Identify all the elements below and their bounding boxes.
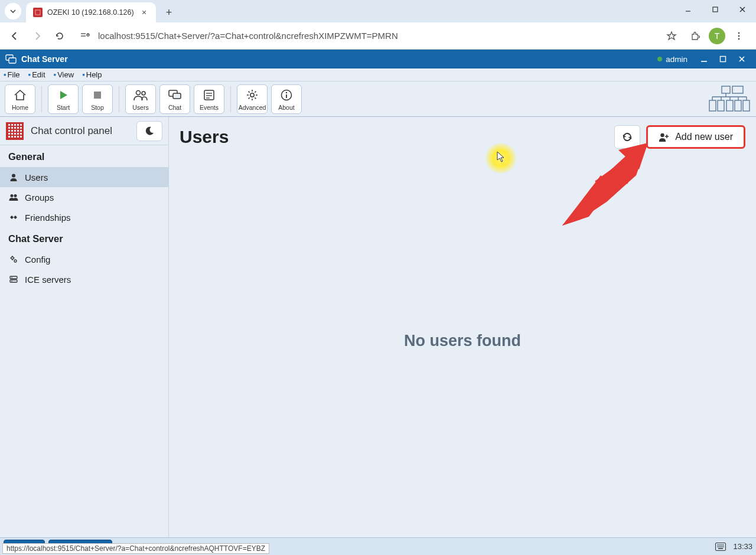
taskbar-clock[interactable]: 13:33 (733, 542, 752, 551)
svg-point-46 (12, 174, 15, 178)
tab-favicon-icon (33, 8, 43, 17)
svg-rect-33 (732, 86, 743, 93)
user-icon (8, 173, 19, 181)
moon-icon (144, 126, 155, 136)
server-rack-icon (709, 85, 750, 113)
chat-icon (168, 87, 182, 103)
home-icon (13, 87, 27, 103)
sidebar-item-users[interactable]: Users (0, 167, 168, 187)
svg-point-54 (11, 280, 12, 282)
menu-help[interactable]: ▪Help (82, 70, 102, 79)
svg-point-12 (738, 38, 740, 40)
toolbar-separator (41, 86, 42, 112)
svg-point-28 (250, 93, 254, 96)
tool-home-button[interactable]: Home (5, 84, 35, 114)
app-maximize-button[interactable] (713, 51, 732, 67)
tab-close-icon[interactable]: × (139, 8, 149, 17)
tab-search-button[interactable] (5, 3, 21, 19)
svg-rect-44 (735, 100, 741, 111)
svg-rect-41 (709, 100, 716, 111)
user-plus-icon (659, 132, 669, 142)
tool-start-button[interactable]: Start (48, 84, 79, 114)
events-icon (203, 87, 216, 103)
svg-point-10 (738, 32, 740, 34)
new-tab-button[interactable]: + (161, 4, 177, 21)
nav-back-button[interactable] (5, 26, 25, 46)
svg-rect-42 (718, 100, 724, 111)
svg-point-48 (14, 194, 17, 197)
app-minimize-button[interactable] (695, 51, 713, 67)
menu-file[interactable]: ▪File (4, 70, 20, 79)
tool-stop-button[interactable]: Stop (82, 84, 113, 114)
app-icon (5, 53, 17, 65)
svg-rect-19 (94, 92, 101, 99)
tool-events-button[interactable]: Events (194, 84, 224, 114)
svg-point-47 (11, 194, 14, 197)
cogs-icon (8, 255, 19, 263)
play-icon (57, 87, 70, 103)
gear-icon (246, 87, 259, 103)
sidebar-item-groups[interactable]: Groups (0, 187, 168, 207)
site-info-icon[interactable] (78, 29, 92, 43)
sidebar-section-chat-server: Chat Server (0, 227, 168, 249)
handshake-icon (8, 214, 19, 221)
content-area: Users Add new user No users found (169, 117, 756, 537)
svg-rect-23 (173, 93, 181, 99)
browser-menu-icon[interactable] (729, 26, 749, 46)
status-dot-icon (657, 57, 662, 61)
menu-view[interactable]: ▪View (54, 70, 74, 79)
svg-rect-43 (726, 100, 733, 111)
tool-users-button[interactable]: Users (125, 84, 156, 114)
info-icon (280, 87, 293, 103)
keyboard-icon[interactable] (715, 543, 726, 551)
nav-reload-button[interactable] (50, 26, 70, 46)
browser-tabbar: OZEKI 10 (192.168.0.126) × + (0, 0, 756, 22)
svg-rect-52 (10, 280, 17, 282)
theme-toggle-button[interactable] (136, 121, 162, 141)
svg-rect-0 (35, 9, 41, 15)
svg-rect-14 (9, 58, 16, 63)
sidebar: Chat control panel General Users Groups … (0, 117, 169, 537)
svg-rect-45 (743, 100, 750, 111)
sidebar-item-friendships[interactable]: Friendships (0, 207, 168, 227)
toolbar: Home Start Stop Users Chat Events Advanc… (0, 81, 756, 117)
app-close-button[interactable] (732, 51, 751, 67)
window-maximize-button[interactable] (702, 0, 729, 19)
window-close-button[interactable] (729, 0, 756, 19)
sidebar-item-config[interactable]: Config (0, 249, 168, 269)
app-title: Chat Server (21, 54, 657, 64)
svg-point-30 (286, 92, 287, 93)
status-bar-url: https://localhost:9515/Chat+Server/?a=Ch… (2, 543, 269, 554)
tab-title: OZEKI 10 (192.168.0.126) (47, 8, 135, 17)
user-badge[interactable]: admin (657, 55, 687, 64)
sidebar-logo-icon (6, 122, 24, 140)
tool-about-button[interactable]: About (271, 84, 302, 114)
users-icon (133, 87, 148, 103)
svg-rect-3 (713, 7, 718, 12)
svg-point-55 (660, 133, 664, 137)
browser-tab[interactable]: OZEKI 10 (192.168.0.126) × (26, 2, 156, 22)
nav-forward-button[interactable] (27, 26, 47, 46)
menu-edit[interactable]: ▪Edit (28, 70, 45, 79)
svg-point-50 (14, 260, 17, 262)
menubar: ▪File ▪Edit ▪View ▪Help (0, 68, 756, 81)
tool-chat-button[interactable]: Chat (159, 84, 190, 114)
sidebar-item-ice-servers[interactable]: ICE servers (0, 269, 168, 289)
svg-point-11 (738, 35, 740, 37)
bookmark-icon[interactable] (662, 26, 682, 46)
refresh-button[interactable] (614, 125, 640, 149)
sidebar-title: Chat control panel (31, 125, 129, 137)
extensions-icon[interactable] (685, 26, 705, 46)
svg-point-20 (136, 90, 141, 94)
user-name: admin (666, 55, 687, 64)
svg-point-21 (142, 92, 145, 95)
stop-icon (92, 87, 103, 103)
window-minimize-button[interactable] (674, 0, 702, 19)
browser-urlbar: localhost:9515/Chat+Server/?a=Chat+contr… (0, 22, 756, 50)
group-icon (8, 194, 19, 201)
url-text[interactable]: localhost:9515/Chat+Server/?a=Chat+contr… (98, 31, 398, 41)
tool-advanced-button[interactable]: Advanced (237, 84, 268, 114)
svg-point-53 (11, 277, 12, 278)
add-new-user-button[interactable]: Add new user (646, 125, 745, 149)
profile-avatar[interactable]: T (709, 28, 725, 44)
